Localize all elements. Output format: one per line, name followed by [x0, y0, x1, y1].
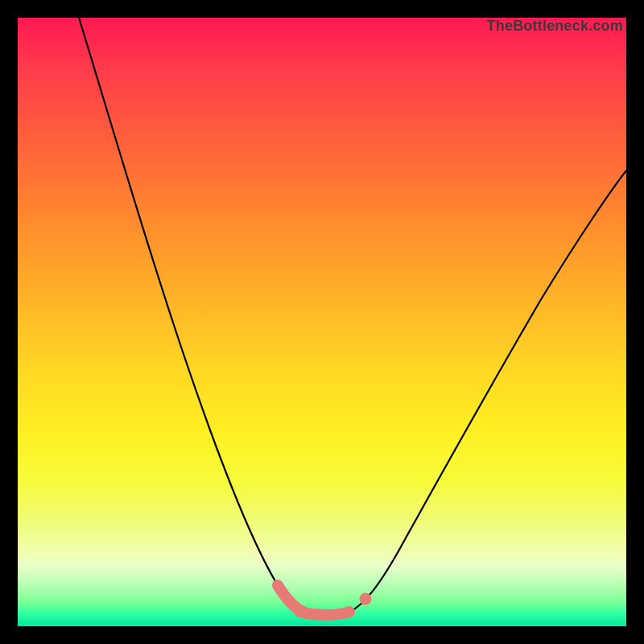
curve-layer [18, 18, 626, 626]
highlight-dot [360, 593, 372, 605]
highlight-segment-floor [299, 612, 349, 615]
bottleneck-curve-right [349, 171, 626, 612]
chart-frame: TheBottleneck.com [0, 0, 644, 644]
plot-area [18, 18, 626, 626]
bottleneck-curve-left [79, 18, 298, 610]
watermark-text: TheBottleneck.com [487, 18, 623, 35]
watermark-container: TheBottleneck.com [487, 18, 623, 35]
